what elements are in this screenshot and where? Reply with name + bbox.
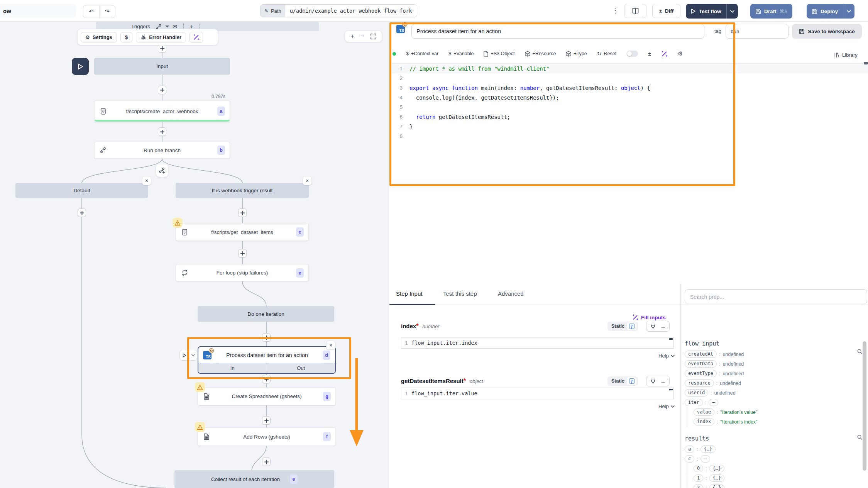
tab-advanced[interactable]: Advanced — [498, 290, 524, 297]
run-step-options-button[interactable] — [189, 350, 197, 360]
connect-input-group[interactable]: → — [646, 376, 670, 386]
tab-test-this-step[interactable]: Test this step — [443, 290, 477, 297]
add-s3-object-button[interactable]: +S3 Object — [484, 51, 514, 57]
search-icon[interactable] — [857, 434, 863, 440]
editor-scrollbar[interactable] — [864, 62, 868, 64]
add-variable-button[interactable]: $+Variable — [448, 51, 474, 56]
tab-step-input[interactable]: Step Input — [396, 290, 422, 297]
add-type-button[interactable]: +Type — [566, 51, 587, 57]
help-toggle[interactable]: Help — [658, 353, 675, 359]
save-to-workspace-button[interactable]: Save to workspace — [792, 24, 862, 39]
flow-graph-canvas[interactable]: Triggers ✉ + ⚙ Settings $ Error Handler — [0, 22, 389, 488]
prop-row[interactable]: 0:{…} — [687, 464, 854, 473]
expr-input-getDatesetItemsResult[interactable]: 1 flow_input.iter.value — [401, 388, 674, 399]
add-step-button[interactable] — [238, 249, 247, 258]
flow-name-input[interactable]: ow — [0, 4, 76, 18]
code-line[interactable]: 4 console.log({index, getDatesetItemsRes… — [389, 93, 868, 102]
prop-key-pill[interactable]: eventData — [685, 360, 717, 368]
tag-input[interactable]: bun — [726, 24, 788, 39]
library-button[interactable]: Library — [834, 52, 858, 58]
diff-mode-toggle[interactable] — [626, 51, 638, 57]
node-branch-default[interactable]: Default — [15, 183, 148, 198]
zoom-out-button[interactable]: − — [360, 32, 364, 40]
prop-key-pill[interactable]: index — [694, 418, 714, 425]
add-step-button[interactable] — [262, 458, 271, 466]
prop-row[interactable]: createdAt:undefined — [685, 349, 854, 359]
node-process-dataset-item[interactable]: TS Process dataset item for an action d … — [198, 346, 336, 374]
prop-row[interactable]: 1:{…} — [687, 473, 854, 483]
code-line[interactable]: 1// import * as wmill from "windmill-cli… — [389, 64, 868, 73]
add-step-button[interactable] — [262, 416, 271, 425]
add-step-button[interactable] — [158, 127, 166, 136]
javascript-expr-mode[interactable]: f — [627, 377, 636, 385]
deploy-button[interactable]: Deploy — [807, 4, 854, 19]
zoom-in-button[interactable]: + — [350, 32, 354, 40]
code-editor[interactable]: 1// import * as wmill from "windmill-cli… — [389, 63, 868, 186]
search-prop-input[interactable]: Search prop... — [685, 289, 867, 304]
kebab-menu-icon[interactable]: ⋮ — [612, 6, 619, 15]
docs-button[interactable] — [624, 4, 646, 18]
node-run-one-branch[interactable]: Run one branch b — [94, 142, 230, 159]
prop-value[interactable]: {…} — [709, 465, 725, 472]
prop-key-pill[interactable]: value — [694, 408, 714, 416]
input-mode-static[interactable]: Static f — [607, 322, 638, 331]
prop-value[interactable]: {…} — [700, 446, 716, 453]
prop-value[interactable]: – — [700, 455, 710, 463]
prop-row[interactable]: index:"Iteration's index" — [687, 417, 854, 427]
prop-key-pill[interactable]: 1 — [694, 474, 703, 482]
help-toggle[interactable]: Help — [658, 403, 675, 409]
add-step-button[interactable] — [158, 44, 166, 53]
prop-value[interactable]: {…} — [709, 474, 725, 482]
draft-button[interactable]: Draft ⌘S — [750, 4, 792, 19]
undo-button[interactable]: ↶ — [83, 5, 99, 18]
prop-key-pill[interactable]: 2 — [694, 484, 703, 488]
fill-inputs-button[interactable]: Fill inputs — [632, 314, 666, 320]
search-icon[interactable] — [857, 349, 863, 354]
prop-value[interactable]: – — [709, 399, 718, 406]
code-line[interactable]: 3export async function main(index: numbe… — [389, 83, 868, 93]
error-handler-button[interactable]: Error Handler — [136, 32, 186, 42]
test-flow-dropdown[interactable] — [726, 4, 738, 19]
prop-row[interactable]: eventData:undefined — [685, 359, 854, 369]
connect-input-group[interactable]: → — [646, 321, 670, 332]
reset-button[interactable]: ↻Reset — [597, 51, 616, 57]
results-section-title[interactable]: results — [685, 435, 709, 442]
prop-key-pill[interactable]: c — [685, 455, 694, 463]
code-line[interactable]: 5 — [389, 102, 868, 112]
prop-key-pill[interactable]: 0 — [694, 465, 703, 472]
plus-minus-icon[interactable]: ± — [648, 51, 651, 57]
node-output-anchor[interactable]: Out — [267, 363, 335, 373]
delete-branch-button[interactable]: × — [142, 176, 151, 185]
prop-row[interactable]: resource:undefined — [685, 378, 854, 388]
add-step-button[interactable] — [262, 333, 271, 342]
diff-button[interactable]: ± Diff — [652, 4, 680, 18]
prop-key-pill[interactable]: eventType — [685, 370, 717, 377]
delete-branch-button[interactable]: × — [303, 176, 312, 185]
prop-row[interactable]: value:"Iteration's value" — [687, 407, 854, 417]
add-step-button[interactable] — [158, 86, 166, 94]
add-step-button[interactable] — [262, 375, 271, 383]
prop-row[interactable]: iter:– — [685, 398, 854, 407]
redo-button[interactable]: ↷ — [99, 5, 115, 18]
node-collect-results[interactable]: Collect result of each iteration e — [174, 470, 334, 488]
add-step-button[interactable] — [78, 208, 86, 217]
node-create-actor-webhook[interactable]: f/scripts/create_actor_webhook a — [94, 100, 230, 122]
flow-input-section-title[interactable]: flow_input — [685, 340, 719, 347]
add-resource-button[interactable]: +Resource — [525, 51, 556, 57]
flow-settings-button[interactable]: ⚙ Settings — [81, 32, 117, 42]
prop-row[interactable]: c:– — [685, 454, 854, 464]
node-branch-if-webhook[interactable]: If is webhook trigger result — [176, 183, 309, 198]
code-line[interactable]: 6 return getDatesetItemsResult; — [389, 112, 868, 122]
prop-row[interactable]: 2:{…} — [687, 483, 854, 488]
node-add-rows[interactable]: Add Rows (gsheets) f — [198, 427, 336, 446]
delete-step-button[interactable]: × — [326, 341, 335, 350]
prop-row[interactable]: userId:undefined — [685, 388, 854, 398]
prop-row[interactable]: a:{…} — [685, 444, 854, 454]
input-mode-static[interactable]: Static f — [607, 376, 638, 386]
expr-input-index[interactable]: 1 flow_input.iter.index — [401, 337, 674, 349]
node-input-anchor[interactable]: In — [198, 363, 267, 373]
code-line[interactable]: 2 — [389, 73, 868, 83]
prop-key-pill[interactable]: userId — [685, 389, 708, 396]
prop-value[interactable]: {…} — [709, 484, 725, 488]
prop-key-pill[interactable]: createdAt — [685, 351, 717, 358]
